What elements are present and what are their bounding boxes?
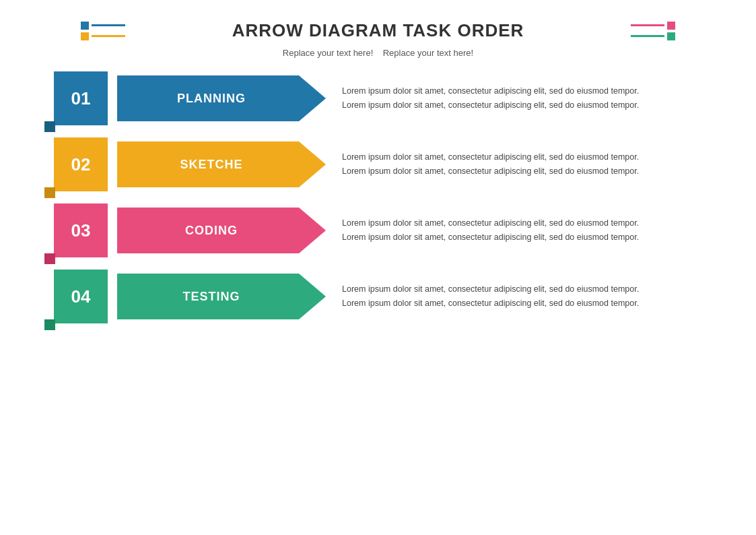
step-arrow-3: CODING — [117, 208, 326, 253]
subtitle-text1: Replace your text here! — [283, 48, 373, 58]
step-number-box-3: 03 — [54, 203, 108, 257]
step-number-2: 02 — [54, 137, 108, 191]
svg-rect-0 — [44, 121, 55, 132]
step-number-3: 03 — [54, 203, 108, 257]
header: ARROW DIAGRAM TASK ORDER — [40, 20, 716, 41]
step-row: 01PLANNINGLorem ipsum dolor sit amet, co… — [54, 71, 716, 125]
page-title: ARROW DIAGRAM TASK ORDER — [232, 20, 524, 41]
step-row: 02SKETCHELorem ipsum dolor sit amet, con… — [54, 137, 716, 191]
step-number-box-1: 01 — [54, 71, 108, 125]
step-desc-1: Lorem ipsum dolor sit amet, consectetur … — [342, 84, 716, 113]
step-desc-2: Lorem ipsum dolor sit amet, consectetur … — [342, 150, 716, 179]
step-number-4: 04 — [54, 270, 108, 323]
step-arrow-1: PLANNING — [117, 75, 326, 121]
subtitle: Replace your text here! Replace your tex… — [283, 48, 473, 58]
step-arrow-2: SKETCHE — [117, 141, 326, 187]
steps-container: 01PLANNINGLorem ipsum dolor sit amet, co… — [40, 71, 716, 323]
svg-rect-4 — [44, 253, 55, 264]
step-desc-4: Lorem ipsum dolor sit amet, consectetur … — [342, 282, 716, 311]
subtitle-text2: Replace your text here! — [383, 48, 473, 58]
step-row: 03CODINGLorem ipsum dolor sit amet, cons… — [54, 203, 716, 257]
step-number-box-2: 02 — [54, 137, 108, 191]
legend-left — [81, 22, 125, 40]
step-label-3: CODING — [117, 208, 306, 253]
step-row: 04TESTINGLorem ipsum dolor sit amet, con… — [54, 270, 716, 323]
legend-right — [631, 22, 675, 40]
step-label-1: PLANNING — [117, 75, 306, 121]
step-label-2: SKETCHE — [117, 141, 306, 187]
step-label-4: TESTING — [117, 274, 306, 319]
svg-rect-6 — [44, 319, 55, 330]
step-number-1: 01 — [54, 71, 108, 125]
step-number-box-4: 04 — [54, 270, 108, 323]
page: ARROW DIAGRAM TASK ORDER Replace your te… — [0, 0, 756, 535]
step-desc-3: Lorem ipsum dolor sit amet, consectetur … — [342, 216, 716, 245]
svg-rect-2 — [44, 187, 55, 198]
step-arrow-4: TESTING — [117, 274, 326, 319]
